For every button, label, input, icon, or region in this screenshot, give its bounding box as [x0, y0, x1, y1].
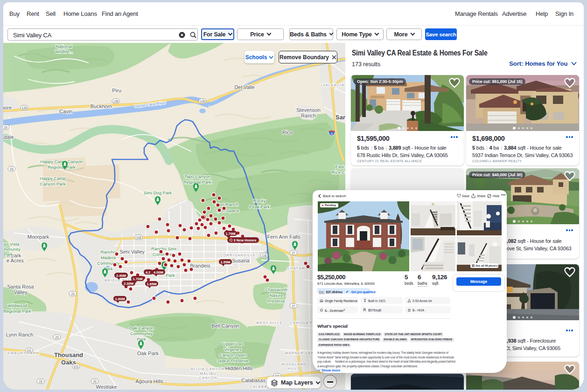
svg-text:VALENCIA: VALENCIA	[323, 83, 344, 87]
svg-text:Bell Canyon: Bell Canyon	[211, 323, 239, 329]
svg-text:Happy Camp Canyon: Happy Camp Canyon	[41, 159, 83, 164]
svg-text:Park: Park	[4, 252, 13, 257]
svg-text:Wildlife...: Wildlife...	[55, 49, 73, 54]
svg-text:Cavin: Cavin	[59, 109, 72, 114]
svg-text:Westlake: Westlake	[96, 384, 117, 390]
svg-text:Ranch: Ranch	[301, 113, 316, 118]
svg-text:1.60M: 1.60M	[115, 297, 125, 301]
svg-text:Brandeis: Brandeis	[190, 263, 210, 268]
svg-text:Regional Park: Regional Park	[48, 165, 76, 170]
svg-text:Santa Rosa: Santa Rosa	[7, 284, 34, 289]
svg-text:Moorpark: Moorpark	[28, 234, 49, 240]
svg-text:Rice Ca: Rice Ca	[332, 170, 345, 175]
svg-text:San: San	[335, 114, 345, 121]
svg-text:Hidden Hills: Hidden Hills	[225, 365, 253, 371]
svg-text:101: 101	[74, 365, 79, 368]
svg-text:Peak Park: Peak Park	[249, 204, 270, 209]
svg-text:101: 101	[27, 349, 32, 352]
svg-text:1.70M: 1.70M	[133, 277, 143, 281]
svg-text:East: East	[335, 164, 344, 169]
svg-text:Virgenes: Virgenes	[224, 347, 242, 352]
svg-text:Lynn Ranch: Lynn Ranch	[6, 332, 33, 337]
svg-text:Agoura Hills: Agoura Hills	[135, 378, 163, 384]
svg-text:EWBURY PARK: EWBURY PARK	[7, 351, 39, 355]
svg-text:1.65M: 1.65M	[147, 282, 157, 286]
svg-text:sdale: sdale	[3, 134, 14, 140]
svg-text:Susana: Susana	[232, 258, 250, 263]
svg-text:Nature: Nature	[270, 293, 283, 298]
svg-text:2.30M: 2.30M	[124, 282, 133, 286]
svg-text:126: 126	[113, 100, 119, 103]
svg-text:23: 23	[93, 380, 97, 383]
svg-text:118: 118	[262, 254, 267, 257]
svg-text:23: 23	[10, 167, 14, 171]
svg-text:Buckhorn: Buckhorn	[91, 103, 112, 109]
svg-text:nore: nore	[3, 105, 12, 110]
svg-text:2.40M: 2.40M	[116, 274, 126, 278]
svg-text:27: 27	[292, 251, 295, 254]
svg-text:23: 23	[4, 126, 7, 129]
svg-text:Rocky: Rocky	[253, 198, 266, 203]
svg-text:Oak Canyon: Oak Canyon	[129, 325, 154, 330]
svg-text:Rancho: Rancho	[101, 249, 116, 254]
svg-text:Fern Ann Falls: Fern Ann Falls	[267, 234, 300, 240]
svg-text:23: 23	[71, 292, 75, 296]
svg-text:Calabasas: Calabasas	[241, 378, 266, 383]
svg-text:Rancho Simi: Rancho Simi	[151, 246, 176, 251]
svg-text:27: 27	[292, 304, 295, 308]
svg-text:126: 126	[22, 106, 27, 110]
svg-text:mmunity: mmunity	[4, 247, 21, 252]
svg-text:Happy Camp: Happy Camp	[40, 176, 65, 181]
svg-text:Piru: Piru	[112, 88, 121, 93]
svg-text:23: 23	[39, 380, 42, 383]
svg-text:Community: Community	[130, 331, 153, 336]
svg-text:ALIZIA CANYON: ALIZIA CANYON	[191, 367, 224, 371]
svg-text:Simi Dog Park: Simi Dog Park	[144, 190, 172, 195]
svg-text:Tapo Canyon: Tapo Canyon	[184, 174, 210, 179]
svg-text:1.59M: 1.59M	[221, 260, 231, 264]
svg-text:Oak Park: Oak Park	[137, 351, 159, 356]
svg-text:Preserve: Preserve	[267, 298, 285, 303]
svg-text:CANYON: CANYON	[199, 376, 217, 380]
svg-text:5: 5	[331, 132, 333, 136]
svg-text:3 New Homes: 3 New Homes	[234, 238, 257, 242]
svg-text:Park: Park	[166, 273, 175, 278]
svg-text:CORRIGANVILLE: CORRIGANVILLE	[220, 253, 256, 257]
svg-text:Regional Park: Regional Park	[3, 309, 31, 314]
svg-text:Valley: Valley	[14, 289, 28, 295]
svg-text:4.00M: 4.00M	[154, 270, 163, 275]
svg-text:National: National	[56, 44, 72, 49]
svg-text:126: 126	[200, 100, 205, 103]
svg-text:Canyon Park: Canyon Park	[40, 181, 66, 186]
svg-text:e Acres: e Acres	[7, 258, 24, 263]
svg-text:Del Valle: Del Valle	[234, 84, 254, 90]
svg-text:yo Vista: yo Vista	[4, 241, 20, 247]
svg-text:Canyon Open: Canyon Open	[219, 352, 247, 358]
svg-text:WOODLAND: WOODLAND	[281, 362, 307, 366]
svg-text:WEST HILLS: WEST HILLS	[256, 321, 282, 325]
svg-text:1.70M: 1.70M	[226, 232, 236, 236]
svg-text:Wildwood: Wildwood	[7, 303, 27, 308]
svg-text:Madera: Madera	[101, 255, 116, 260]
svg-text:Space Preserve: Space Preserve	[217, 358, 249, 363]
svg-text:HILLS: HILLS	[288, 366, 300, 371]
svg-text:Pico: Pico	[282, 130, 292, 135]
svg-text:Upper Las: Upper Las	[223, 341, 243, 346]
svg-text:MALIBU: MALIBU	[200, 371, 216, 376]
svg-text:4.2: 4.2	[146, 270, 150, 275]
svg-text:Simi Valley: Simi Valley	[119, 249, 145, 254]
svg-text:Thousand: Thousand	[54, 351, 83, 358]
svg-text:23: 23	[55, 336, 59, 339]
svg-text:118: 118	[136, 236, 141, 239]
svg-text:Stevenson: Stevenson	[296, 107, 321, 113]
svg-text:Chatsworth: Chatsworth	[265, 287, 287, 292]
